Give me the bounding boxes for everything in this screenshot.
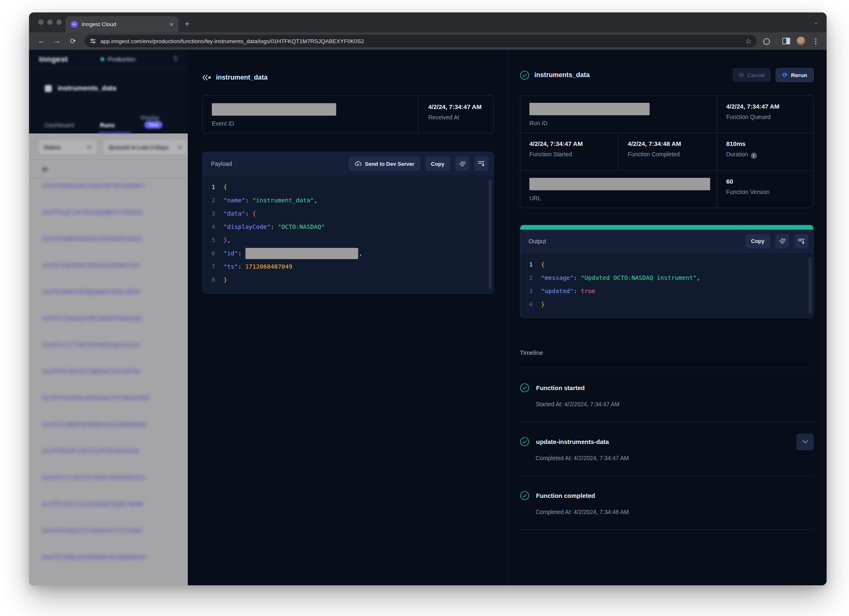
new-tab-button[interactable]: + [185,19,189,29]
function-tabs: Dashboard Runs ReplayNew [29,99,188,133]
function-header: instruments_data [29,69,188,99]
environment-switch-chevrons-icon[interactable] [173,55,188,63]
inngest-logo[interactable]: inngest [29,50,88,68]
word-wrap-button[interactable] [455,157,469,171]
tab-title: Inngest Cloud [82,21,166,27]
side-panel-icon[interactable] [782,38,790,44]
function-started-label: Function Started [529,151,618,158]
output-expand-lines-button[interactable] [794,234,808,248]
url-bar[interactable]: app.inngest.com/env/production/functions… [85,35,757,47]
status-filter-dropdown[interactable]: Status [38,140,97,155]
browser-tab[interactable]: Inngest Cloud × [65,16,178,32]
code-line: 7 "ts": 1712068487049 [203,260,493,273]
run-panel: instruments_data ⊖ Cancel ⟳ Rerun [508,50,827,585]
send-to-dev-server-button[interactable]: Send to Dev Server [349,157,420,171]
run-id-link[interactable]: 01HTFKQT1M7RSJQABEXYF0K0S2 [29,205,188,231]
menu-dots-icon[interactable]: ⋮ [812,37,819,46]
cancel-button[interactable]: ⊖ Cancel [733,68,771,82]
payload-code[interactable]: 1{2 "name": "instrument_data",3 "data": … [203,175,493,293]
payload-copy-button[interactable]: Copy [425,157,451,171]
browser-tabstrip: Inngest Cloud × + ⌄ [29,12,827,32]
run-id-link[interactable]: 01HTFC5QG7ZYVXNZVC7VT1Z4K6 [29,523,188,550]
bookmark-star-icon[interactable]: ☆ [745,37,752,46]
function-name: instruments_data [58,84,116,92]
code-line: 2 "message": "Updated OCTO:NASDAQ instru… [520,271,813,284]
code-line: 1{ [520,258,813,271]
close-window-button[interactable] [38,19,44,25]
run-id-link[interactable]: 01HTFJ9HHVE0BQ48AF4DM13E9T [29,284,188,311]
function-completed-value: 4/2/24, 7:34:48 AM [628,140,716,147]
url-text[interactable]: app.inngest.com/env/production/functions… [100,38,741,44]
output-code[interactable]: 1{2 "message": "Updated OCTO:NASDAQ inst… [520,253,813,318]
run-id-link[interactable]: 01HTFJ7DA6Q238SJWNHTE8Q2Q0 [29,311,188,337]
browser-toolbar: ← → ⟳ app.inngest.com/env/production/fun… [29,32,827,50]
line-number: 7 [203,263,223,270]
success-check-icon [520,383,529,393]
tab-runs[interactable]: Runs [100,122,115,129]
run-id-link[interactable]: 01HTFJ7C7THF7RVN051Q3YD2S3 [29,337,188,364]
minimize-window-button[interactable] [47,19,53,25]
duration-value: 810ms [726,140,813,147]
run-id-link[interactable]: 01HTFCWZ7CZ2X3AZM75QEYNH8F [29,497,188,523]
environment-bar: inngest Production [29,50,188,69]
run-id-link[interactable]: 01HTFN86XV8CXWS7857W7E3WDY [29,178,188,205]
rerun-button[interactable]: ⟳ Rerun [776,68,814,82]
timeline-expand-button[interactable] [796,434,814,450]
success-check-icon [520,437,529,446]
duration-label: Durationi [726,151,813,159]
function-square-icon [45,85,52,92]
run-id-link[interactable]: 01HTFCYYZGYGYGDKJVP82NKXCZ [29,470,188,497]
expand-lines-button[interactable] [474,157,488,171]
code-scrollbar[interactable] [488,179,492,289]
output-copy-button[interactable]: Copy [745,234,771,248]
window-controls[interactable] [38,19,62,25]
run-id-label: Run ID [529,120,717,126]
url-label: URL [529,195,717,201]
run-id-link[interactable]: 01HTFG3BKPQSR9EAAS1GBRARRN [29,417,188,444]
back-button[interactable]: ← [35,37,48,45]
time-range-filter-dropdown[interactable]: Queued in Last 3 Days [103,140,188,155]
timeline-item-title: update-instruments-data [536,438,609,445]
timeline-title: Timeline [520,349,814,368]
word-wrap-icon [779,238,786,244]
code-line: 4} [520,298,813,311]
info-icon[interactable]: i [751,153,757,159]
line-number: 6 [203,250,223,257]
line-number: 1 [520,261,541,268]
run-id-link[interactable]: 01HTFCR9KAPQP0R6PZK3MQNMX8 [29,550,188,576]
close-tab-icon[interactable]: × [170,21,173,27]
timeline-item: Function completedCompleted At: 4/2/2024… [520,476,814,530]
site-info-icon[interactable] [90,38,96,44]
event-meta-card: Event ID 4/2/24, 7:34:47 AM Received At [202,95,494,133]
code-line: 5 }, [203,233,493,247]
tab-dashboard[interactable]: Dashboard [45,122,74,129]
timeline-item-title: Function started [536,384,585,391]
payload-title: Payload [211,160,344,167]
run-id-link[interactable]: 01HTFEG3FVJP7FZJP7EA5KN3JR [29,444,188,470]
environment-selector[interactable]: Production [88,56,173,63]
chevron-down-icon [803,440,808,444]
extensions-icon[interactable] [762,37,770,45]
forward-button[interactable]: → [51,37,64,45]
code-scrollbar[interactable] [808,257,812,313]
tab-search-chevron-icon[interactable]: ⌄ [814,19,818,25]
run-id-link[interactable]: 01HTFJ3B1PB27EWGK5Z086JYC8 [29,258,188,284]
run-id-link[interactable]: 01HTFHYWF32TSB9HGT01F58TBJ [29,364,188,390]
function-completed-label: Function Completed [628,151,716,158]
function-queued-label: Function Queued [726,114,813,120]
line-number: 3 [520,288,541,294]
timeline-item-subtitle: Started At: 4/2/2024, 7:34:47 AM [536,401,814,407]
active-tab-underline [99,132,131,133]
run-id-link[interactable]: 01HTFKMBPMD0ZAJ4AG04KD3A02 [29,231,188,258]
run-id-link[interactable]: 01HTFHXGR0CWNHSWYST3NAVGRC [29,390,188,417]
maximize-window-button[interactable] [56,19,62,25]
output-word-wrap-button[interactable] [775,234,789,248]
received-at-label: Received At [428,114,493,121]
run-title: instruments_data [534,71,589,79]
replay-new-badge: New [144,121,163,129]
reload-button[interactable]: ⟳ [66,37,80,46]
line-number: 3 [203,210,223,217]
inngest-app: inngest Production instruments_data [29,50,827,585]
tab-replay[interactable]: ReplayNew [141,114,163,129]
profile-avatar[interactable] [796,36,806,46]
